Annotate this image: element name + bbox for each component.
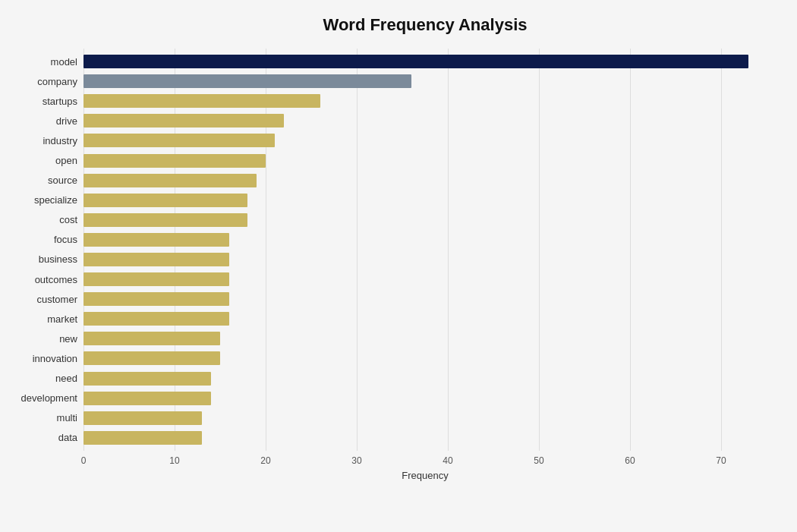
bar-company: [83, 74, 411, 88]
bar-row: business: [83, 251, 767, 268]
chart-container: Word Frequency Analysis modelcompanystar…: [0, 0, 797, 532]
bar-label: innovation: [0, 353, 83, 364]
bar-label: outcomes: [0, 274, 83, 285]
x-tick: 20: [260, 455, 270, 466]
x-tick: 10: [169, 455, 179, 466]
bar-data: [83, 431, 202, 445]
bar-row: innovation: [83, 350, 767, 367]
bar-model: [83, 55, 748, 68]
bar-label: need: [0, 373, 83, 384]
bar-row: new: [83, 330, 767, 347]
bar-label: company: [0, 76, 83, 87]
bar-source: [83, 174, 257, 187]
bar-row: source: [83, 172, 767, 189]
x-axis: 010203040506070 Frequency: [83, 451, 767, 481]
bar-development: [83, 392, 211, 405]
bar-label: cost: [0, 214, 83, 225]
bar-row: specialize: [83, 192, 767, 209]
bar-row: focus: [83, 231, 767, 248]
x-tick: 50: [534, 455, 543, 466]
bar-row: open: [83, 153, 767, 169]
bar-row: need: [83, 370, 767, 387]
bar-specialize: [83, 194, 247, 207]
bar-row: data: [83, 430, 767, 446]
bar-row: cost: [83, 212, 767, 228]
bar-new: [83, 332, 220, 345]
bar-market: [83, 312, 229, 326]
bar-customer: [83, 292, 229, 306]
bar-outcomes: [83, 272, 229, 286]
x-axis-label: Frequency: [402, 470, 448, 481]
bar-label: source: [0, 175, 83, 186]
bar-innovation: [83, 351, 220, 365]
bar-row: multi: [83, 410, 767, 427]
bar-row: drive: [83, 112, 767, 129]
bar-label: specialize: [0, 194, 83, 206]
chart-title: Word Frequency Analysis: [83, 15, 767, 35]
bar-row: model: [83, 53, 767, 70]
chart-area: modelcompanystartupsdriveindustryopensou…: [83, 49, 767, 481]
x-tick: 40: [443, 455, 452, 466]
bar-label: startups: [0, 96, 83, 107]
bar-open: [83, 154, 266, 168]
bar-label: drive: [0, 115, 83, 127]
bar-row: market: [83, 310, 767, 327]
bar-startups: [83, 94, 320, 108]
bar-label: focus: [0, 234, 83, 245]
bars-wrapper: modelcompanystartupsdriveindustryopensou…: [83, 49, 767, 451]
bar-label: open: [0, 155, 83, 166]
bar-cost: [83, 213, 247, 227]
bar-label: multi: [0, 412, 83, 423]
x-tick: 30: [351, 455, 361, 466]
bar-label: data: [0, 432, 83, 443]
x-tick: 60: [625, 455, 635, 466]
bar-multi: [83, 411, 202, 425]
bar-row: company: [83, 73, 767, 90]
bar-focus: [83, 233, 229, 247]
bar-row: startups: [83, 93, 767, 109]
bar-row: industry: [83, 132, 767, 149]
bar-label: model: [0, 56, 83, 68]
bar-label: market: [0, 313, 83, 325]
bar-label: new: [0, 333, 83, 345]
bar-business: [83, 253, 229, 266]
x-tick: 0: [81, 455, 87, 466]
bar-row: development: [83, 390, 767, 407]
bar-industry: [83, 134, 275, 147]
bar-label: customer: [0, 294, 83, 305]
bar-row: outcomes: [83, 271, 767, 288]
bar-row: customer: [83, 291, 767, 307]
bar-label: industry: [0, 135, 83, 146]
bar-drive: [83, 114, 284, 127]
x-tick: 70: [716, 455, 726, 466]
bar-need: [83, 372, 211, 386]
bar-label: business: [0, 253, 83, 265]
bar-label: development: [0, 392, 83, 404]
